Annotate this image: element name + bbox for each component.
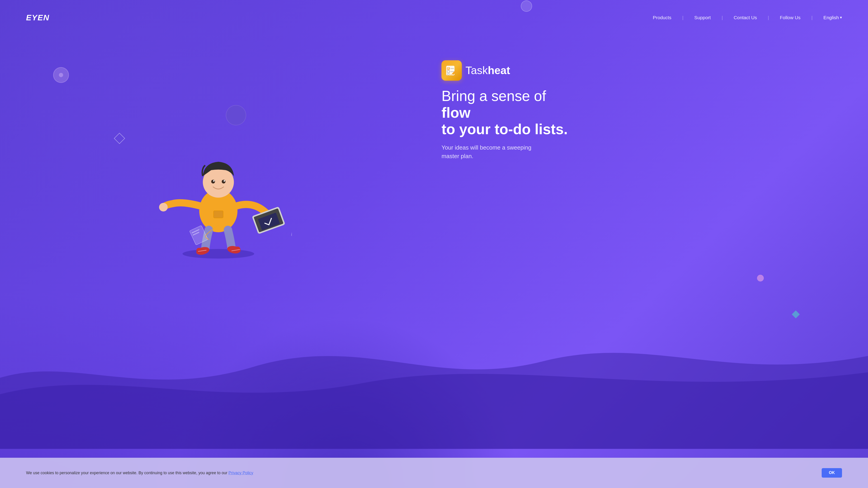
page-wrapper: EYEN Products | Support | Contact Us | F… <box>0 0 868 488</box>
deco-dot-pink <box>757 275 764 282</box>
nav-contact[interactable]: Contact Us <box>734 15 757 20</box>
character-illustration <box>145 137 292 261</box>
left-section <box>35 53 402 345</box>
cookie-message: We use cookies to personalize your exper… <box>26 470 227 475</box>
nav-language-label: English <box>824 15 839 20</box>
hero-subtitle: Your ideas will become a sweepingmaster … <box>441 143 772 161</box>
chevron-down-icon: ▾ <box>840 15 842 20</box>
logo-text: EYEN <box>26 13 50 22</box>
headline-line1: Bring a sense of <box>441 88 809 105</box>
nav-follow[interactable]: Follow Us <box>780 15 800 20</box>
nav-divider-3: | <box>768 15 769 20</box>
nav-divider-4: | <box>811 15 812 20</box>
nav-decoration-dot <box>521 0 532 12</box>
headline-line3: to your to-do lists. <box>441 121 809 138</box>
svg-point-11 <box>211 180 215 184</box>
app-logo-row: Taskheat <box>441 60 809 80</box>
svg-point-14 <box>223 180 225 182</box>
deco-diamond-blue <box>792 311 800 318</box>
svg-rect-15 <box>214 211 223 218</box>
svg-point-10 <box>235 247 240 252</box>
cookie-ok-button[interactable]: OK <box>822 468 842 478</box>
main-content: Taskheat Bring a sense of flow to your t… <box>0 35 868 488</box>
cookie-text: We use cookies to personalize your exper… <box>26 470 814 476</box>
nav-products[interactable]: Products <box>653 15 671 20</box>
svg-point-3 <box>159 203 168 212</box>
svg-point-0 <box>182 249 254 258</box>
nav-divider-1: | <box>682 15 683 20</box>
svg-point-13 <box>213 180 215 182</box>
nav-support[interactable]: Support <box>694 15 711 20</box>
app-name-light: Task <box>465 64 488 76</box>
nav-divider-2: | <box>721 15 723 20</box>
nav-language[interactable]: English ▾ <box>824 15 842 20</box>
taskheat-icon-svg <box>445 64 458 77</box>
svg-point-12 <box>222 180 225 184</box>
app-icon-inner <box>445 64 458 77</box>
cookie-banner: We use cookies to personalize your exper… <box>0 458 868 488</box>
right-section: Taskheat Bring a sense of flow to your t… <box>402 53 825 161</box>
svg-point-8 <box>196 248 202 253</box>
character-svg <box>145 137 292 261</box>
main-nav: Products | Support | Contact Us | Follow… <box>653 15 842 20</box>
cookie-privacy-link[interactable]: Privacy Policy <box>228 470 253 475</box>
deco-diamond-left <box>114 133 125 144</box>
app-icon <box>441 60 462 80</box>
subtitle-text: Your ideas will become a sweepingmaster … <box>441 144 531 159</box>
headline-line2: flow <box>441 105 809 121</box>
app-name-bold: heat <box>488 64 510 76</box>
deco-sphere <box>226 105 246 125</box>
hero-headline: Bring a sense of flow to your to-do list… <box>441 88 809 138</box>
svg-rect-19 <box>291 222 292 238</box>
logo[interactable]: EYEN <box>26 13 50 22</box>
app-name: Taskheat <box>465 64 510 76</box>
header: EYEN Products | Support | Contact Us | F… <box>0 0 868 35</box>
deco-circle-left <box>53 67 69 83</box>
